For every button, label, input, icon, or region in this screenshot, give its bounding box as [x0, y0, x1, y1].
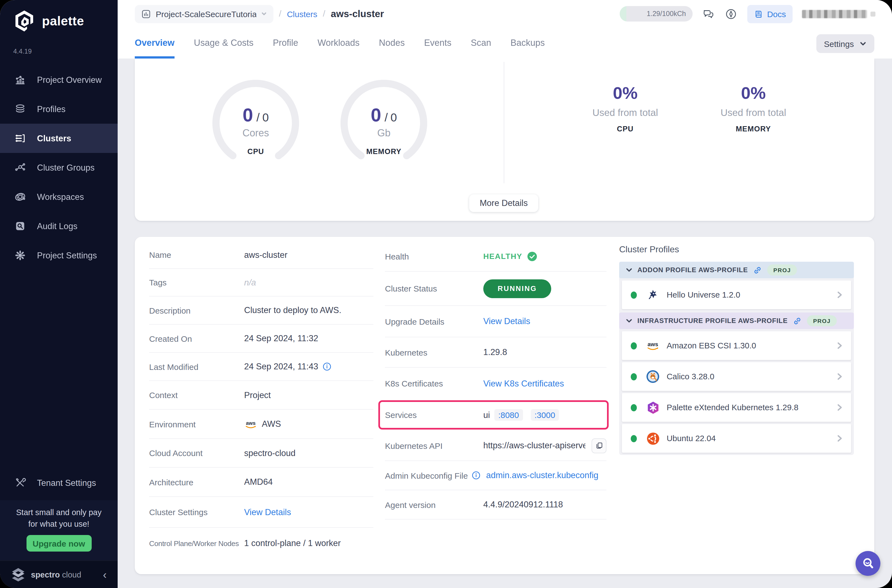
- memory-unit: Gb: [337, 128, 431, 139]
- chat-icon[interactable]: [702, 7, 715, 20]
- link-icon: [793, 316, 802, 326]
- credits-progress: [620, 6, 626, 21]
- copy-icon[interactable]: [592, 438, 607, 453]
- profiles-list: ADDON PROFILE AWS-PROFILE PROJ Hello Uni…: [619, 262, 854, 455]
- sidebar-item-label: Project Settings: [37, 250, 97, 260]
- tab-profile[interactable]: Profile: [273, 38, 298, 58]
- project-chart-icon: [141, 9, 151, 18]
- status-dot: [631, 404, 637, 411]
- svg-text:aws: aws: [246, 420, 256, 426]
- tab-overview[interactable]: Overview: [135, 38, 174, 58]
- service-name: ui: [483, 410, 490, 420]
- kubeconfig-download-link[interactable]: admin.aws-cluster.kubeconfig: [486, 470, 598, 480]
- info-icon[interactable]: [472, 471, 481, 480]
- chevron-right-icon: [836, 373, 843, 380]
- docs-button[interactable]: Docs: [747, 5, 793, 23]
- chevron-right-icon: [836, 291, 843, 299]
- chevron-down-icon: [626, 267, 632, 273]
- bar-chart-icon: [14, 74, 26, 86]
- tab-usage-costs[interactable]: Usage & Costs: [194, 38, 254, 58]
- sidebar-item-project-overview[interactable]: Project Overview: [0, 65, 118, 94]
- profile-layer-hello-universe[interactable]: Hello Universe 1.2.0: [622, 280, 851, 309]
- breadcrumb-clusters-link[interactable]: Clusters: [287, 9, 317, 18]
- tab-backups[interactable]: Backups: [511, 38, 545, 58]
- status-row-k8s-certificates: K8s Certificates View K8s Certificates: [385, 368, 607, 399]
- magnifier-smile-icon: [861, 556, 875, 571]
- sidebar-item-label: Clusters: [37, 134, 71, 143]
- detail-row-architecture: Architecture AMD64: [149, 468, 373, 497]
- footer-brand: spectro: [31, 570, 60, 579]
- cpu-percent-label: CPU: [565, 125, 686, 133]
- brand-name: palette: [42, 14, 84, 28]
- sidebar-item-clusters[interactable]: Clusters: [0, 124, 118, 153]
- sidebar-item-cluster-groups[interactable]: Cluster Groups: [0, 153, 118, 182]
- profile-layer-amazon-ebs-csi[interactable]: aws Amazon EBS CSI 1.30.0: [622, 331, 851, 360]
- settings-dropdown-button[interactable]: Settings: [816, 34, 874, 53]
- aws-icon: aws: [646, 339, 660, 353]
- detail-row-created-on: Created On 24 Sep 2024, 11:32: [149, 325, 373, 353]
- detail-row-last-modified: Last Modified 24 Sep 2024, 11:43: [149, 353, 373, 381]
- ubuntu-icon: [646, 431, 660, 446]
- promo-text: Start small and only pay for what you us…: [0, 507, 118, 530]
- sidebar-item-label: Cluster Groups: [37, 163, 95, 172]
- status-row-services: Services ui :8080 :3000: [385, 399, 607, 430]
- upgrade-view-details-link[interactable]: View Details: [483, 316, 530, 326]
- view-k8s-certificates-link[interactable]: View K8s Certificates: [483, 378, 564, 388]
- cpu-usage-value: 0/0: [209, 104, 303, 126]
- addon-profile-header[interactable]: ADDON PROFILE AWS-PROFILE PROJ: [619, 262, 854, 278]
- status-dot: [631, 373, 637, 380]
- detail-row-context: Context Project: [149, 381, 373, 410]
- sidebar-item-tenant-settings[interactable]: Tenant Settings: [0, 468, 118, 498]
- info-icon[interactable]: [323, 362, 331, 371]
- summary-divider: [504, 62, 504, 183]
- tab-nodes[interactable]: Nodes: [379, 38, 405, 58]
- book-icon: [754, 9, 763, 18]
- breadcrumb-separator: /: [279, 9, 281, 19]
- service-port-8080-link[interactable]: :8080: [494, 409, 523, 421]
- brand-logo: palette: [0, 0, 118, 33]
- detail-row-description: Description Cluster to deploy to AWS.: [149, 297, 373, 325]
- tab-events[interactable]: Events: [424, 38, 452, 58]
- sidebar-item-audit-logs[interactable]: Audit Logs: [0, 212, 118, 241]
- profile-layer-calico[interactable]: Calico 3.28.0: [622, 362, 851, 391]
- cpu-percent: 0%: [565, 83, 686, 103]
- profile-layer-ubuntu[interactable]: Ubuntu 22.04: [622, 424, 851, 453]
- infrastructure-profile-header[interactable]: INFRASTRUCTURE PROFILE AWS-PROFILE PROJ: [619, 312, 854, 329]
- cpu-gauge: 0/0 Cores CPU: [209, 76, 303, 170]
- tools-icon: [14, 477, 26, 489]
- detail-row-environment: Environment aws AWS: [149, 410, 373, 439]
- cluster-profiles-panel: Cluster Profiles ADDON PROFILE AWS-PROFI…: [619, 244, 854, 455]
- cluster-profiles-title: Cluster Profiles: [619, 244, 854, 255]
- more-details-button[interactable]: More Details: [469, 194, 538, 212]
- service-port-3000-link[interactable]: :3000: [530, 409, 559, 421]
- status-row-health: Health HEALTHY: [385, 241, 607, 272]
- app-window: palette 4.4.19 Project Overview Profiles: [0, 0, 892, 588]
- project-selector[interactable]: Project-ScaleSecureTutoria: [135, 5, 273, 23]
- memory-percent: 0%: [692, 83, 814, 103]
- cpu-caption: CPU: [209, 147, 303, 156]
- detail-row-name: Name aws-cluster: [149, 241, 373, 269]
- memory-percent-caption: Used from total: [692, 107, 814, 119]
- help-search-fab[interactable]: [856, 551, 880, 576]
- upgrade-now-button[interactable]: Upgrade now: [26, 535, 92, 552]
- status-row-agent-version: Agent version 4.4.9/20240912.1118: [385, 490, 607, 519]
- details-status-column: Health HEALTHY Cluster Status RUNNING Up…: [385, 241, 607, 519]
- profile-layer-palette-extended-kubernetes[interactable]: Palette eXtended Kubernetes 1.29.8: [622, 393, 851, 422]
- hello-universe-icon: [646, 288, 660, 302]
- detail-row-nodes: Control Plane/Worker Nodes 1 control-pla…: [149, 528, 373, 559]
- status-dot: [631, 291, 637, 298]
- sidebar-item-profiles[interactable]: Profiles: [0, 94, 118, 124]
- compass-icon[interactable]: [725, 7, 738, 20]
- health-status-badge: HEALTHY: [483, 252, 522, 261]
- tab-scan[interactable]: Scan: [471, 38, 491, 58]
- cluster-settings-view-details-link[interactable]: View Details: [244, 507, 291, 517]
- user-name-redacted: [802, 10, 867, 18]
- calico-icon: [646, 369, 660, 384]
- user-account[interactable]: [802, 10, 875, 18]
- sidebar-item-workspaces[interactable]: Workspaces: [0, 182, 118, 212]
- sidebar-collapse-icon[interactable]: ‹: [103, 569, 107, 580]
- cluster-summary-card: 0/0 Cores CPU 0/0 Gb MEMORY 0% Used from…: [135, 58, 874, 221]
- app-version: 4.4.19: [0, 33, 118, 55]
- sidebar-item-project-settings[interactable]: Project Settings: [0, 241, 118, 270]
- tab-workloads[interactable]: Workloads: [318, 38, 360, 58]
